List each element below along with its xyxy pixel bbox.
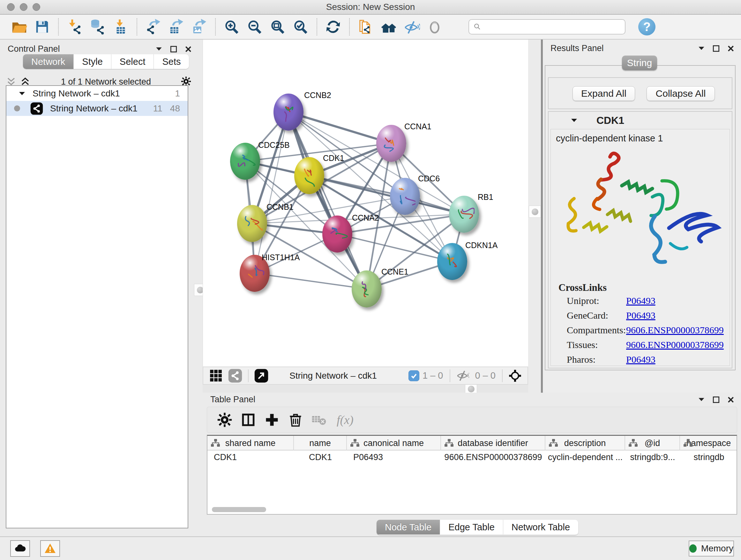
table-cell[interactable]: stringdb:9... (625, 452, 680, 462)
crosslink-link[interactable]: P06493 (626, 354, 656, 365)
node-table[interactable]: shared namenamecanonical namedatabase id… (207, 435, 737, 515)
node-ccne1[interactable] (352, 270, 382, 307)
protein-thumbnail (442, 250, 463, 274)
zoom-out-button[interactable] (245, 17, 264, 37)
network-tree-row[interactable]: String Network – cdk11 (6, 86, 188, 101)
crosslink-link[interactable]: 9606.ENSP00000378699 (626, 325, 724, 335)
collapse-all-button[interactable]: Collapse All (647, 86, 715, 101)
hidden-elements-icon[interactable] (456, 369, 469, 382)
column-header-name[interactable]: name (294, 436, 347, 450)
tab-select[interactable]: Select (111, 54, 154, 69)
import-network-button[interactable] (65, 17, 84, 37)
node-rb1[interactable] (449, 196, 479, 233)
results-panel-float-menu-icon[interactable] (697, 45, 705, 52)
zoom-fit-button[interactable] (268, 17, 287, 37)
table-cell[interactable]: cyclin-dependent ... (545, 452, 625, 462)
expand-all-button[interactable]: Expand All (572, 86, 635, 101)
show-all-button[interactable] (425, 17, 444, 37)
tree-expand-icon[interactable] (18, 90, 25, 97)
node-result-header[interactable]: CDK1 (549, 112, 732, 129)
selected-nodes-checkbox[interactable] (408, 370, 419, 381)
open-in-window-icon[interactable] (254, 369, 268, 383)
save-session-button[interactable] (32, 17, 52, 37)
tab-network[interactable]: Network (23, 54, 74, 69)
network-tree-row[interactable]: String Network – cdk11148 (6, 101, 188, 116)
tab-node-table[interactable]: Node Table (377, 520, 440, 535)
memory-button[interactable]: Memory (689, 541, 734, 557)
table-cell[interactable]: CDK1 (207, 452, 294, 462)
import-table-button[interactable] (111, 17, 130, 37)
node-cdc25b[interactable] (230, 143, 260, 180)
warnings-button[interactable] (40, 540, 60, 557)
node-ccna2[interactable] (322, 215, 352, 253)
collapse-entry-icon[interactable] (570, 117, 578, 124)
bottom-splitter[interactable] (203, 385, 528, 393)
protein-thumbnail (356, 277, 377, 302)
table-cell[interactable]: stringdb (680, 452, 737, 462)
add-column-icon[interactable] (264, 412, 280, 428)
birdseye-grid-icon[interactable] (209, 369, 223, 383)
control-panel-float-window-icon[interactable] (170, 45, 178, 53)
fit-selected-crosshair-icon[interactable] (509, 369, 522, 382)
table-panel-float-menu-icon[interactable] (697, 396, 705, 403)
crosslink-link[interactable]: P06493 (626, 295, 656, 306)
search-input[interactable] (485, 22, 621, 32)
tab-sets[interactable]: Sets (154, 54, 189, 69)
column-header-database-identifier[interactable]: database identifier (441, 436, 545, 450)
left-splitter[interactable] (198, 40, 203, 537)
table-cell[interactable]: CDK1 (294, 452, 347, 462)
crosslink-link[interactable]: 9606.ENSP00000378699 (626, 339, 724, 350)
column-header-shared-name[interactable]: shared name (207, 436, 294, 450)
column-type-icon (683, 439, 693, 448)
node-ccnb2[interactable] (273, 94, 304, 131)
hide-selected-button[interactable] (402, 17, 421, 37)
control-panel-close-panel-icon[interactable] (185, 45, 192, 53)
cloud-status-button[interactable] (10, 540, 30, 557)
node-cdk1[interactable] (294, 157, 324, 194)
table-settings-gear-icon[interactable] (217, 412, 232, 428)
table-cell[interactable]: P06493 (347, 452, 441, 462)
zoom-selected-button[interactable] (291, 17, 310, 37)
string-home-button[interactable] (379, 17, 398, 37)
right-splitter[interactable] (528, 40, 542, 393)
string-document-button[interactable] (356, 17, 375, 37)
export-network-button[interactable] (144, 17, 163, 37)
export-table-button[interactable] (166, 17, 186, 37)
node-cdc6[interactable] (390, 178, 420, 215)
current-network-dot (14, 105, 20, 111)
node-cdkn1a[interactable] (437, 243, 467, 280)
right-splitter-handle[interactable] (529, 206, 541, 218)
refresh-button[interactable] (324, 17, 343, 37)
control-panel-float-menu-icon[interactable] (155, 45, 163, 53)
show-columns-icon[interactable] (240, 412, 256, 428)
tab-edge-table[interactable]: Edge Table (440, 520, 503, 535)
column-header-canonical-name[interactable]: canonical name (347, 436, 441, 450)
tab-string[interactable]: String (622, 56, 657, 70)
string-network-icon[interactable] (228, 369, 242, 383)
column-header-namespace[interactable]: namespace (680, 436, 737, 450)
import-database-button[interactable] (88, 17, 107, 37)
delete-column-icon[interactable] (287, 412, 304, 428)
table-cell[interactable]: 9606.ENSP00000378699 (441, 452, 545, 462)
column-header-description[interactable]: description (545, 436, 625, 450)
help-button[interactable]: ? (638, 18, 656, 36)
import-table-icon (112, 18, 129, 35)
node-ccnb1[interactable] (237, 205, 267, 242)
tab-network-table[interactable]: Network Table (503, 520, 578, 535)
results-panel-float-window-icon[interactable] (712, 45, 720, 52)
table-row[interactable]: CDK1CDK1P064939606.ENSP00000378699cyclin… (207, 450, 737, 464)
tab-style[interactable]: Style (74, 54, 111, 69)
table-horizontal-scrollbar[interactable] (212, 507, 266, 512)
node-label-rb1: RB1 (478, 192, 493, 202)
column-type-icon (350, 439, 360, 448)
network-canvas[interactable]: CCNB2CCNA1CDC25BCDK1CDC6RB1CCNB1CCNA2CDK… (203, 40, 528, 367)
crosslink-link[interactable]: P06493 (626, 310, 656, 321)
results-panel-close-panel-icon[interactable] (727, 45, 735, 52)
table-panel-close-panel-icon[interactable] (727, 396, 735, 403)
export-image-button[interactable] (190, 17, 209, 37)
column-header--id[interactable]: @id (625, 436, 680, 450)
node-ccna1[interactable] (376, 125, 406, 162)
table-panel-float-window-icon[interactable] (712, 396, 720, 403)
open-session-button[interactable] (10, 17, 29, 37)
zoom-in-button[interactable] (222, 17, 241, 37)
